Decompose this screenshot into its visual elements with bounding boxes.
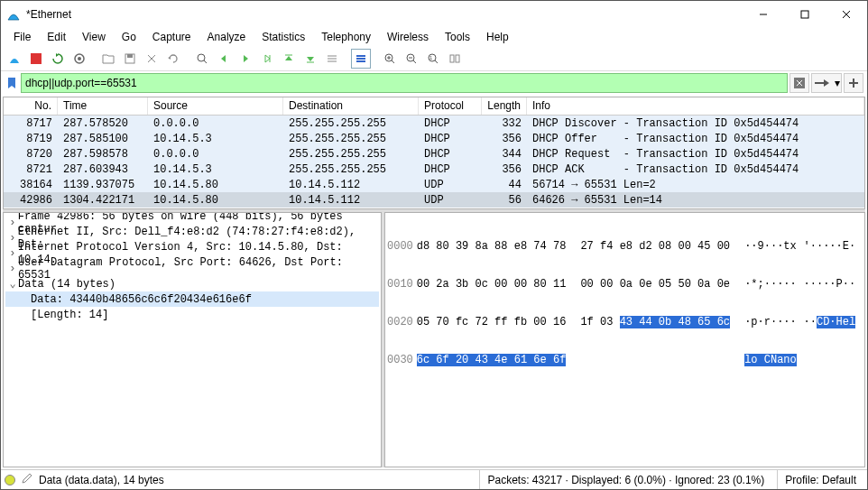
window-title: *Ethernet xyxy=(26,8,743,21)
open-file-button[interactable] xyxy=(98,49,118,69)
col-time[interactable]: Time xyxy=(58,97,148,115)
hex-line-1[interactable]: 001000 2a 3b 0c 00 00 80 1100 00 0a 0e 0… xyxy=(387,278,863,291)
menu-tools[interactable]: Tools xyxy=(438,29,477,45)
svg-point-6 xyxy=(78,57,81,60)
svg-line-27 xyxy=(413,60,416,63)
tree-data-payload[interactable]: Data: 43440b48656c6c6f20434e616e6f xyxy=(5,291,379,307)
menu-telephony[interactable]: Telephony xyxy=(314,29,378,45)
packet-details-pane[interactable]: ›Frame 42986: 56 bytes on wire (448 bits… xyxy=(3,212,382,467)
resize-columns-button[interactable] xyxy=(445,49,465,69)
capture-options-button[interactable] xyxy=(69,49,89,69)
save-file-button[interactable] xyxy=(120,49,140,69)
status-profile[interactable]: Profile: Default xyxy=(777,470,863,489)
add-filter-button[interactable] xyxy=(844,73,863,93)
menubar: File Edit View Go Capture Analyze Statis… xyxy=(1,28,867,46)
col-destination[interactable]: Destination xyxy=(283,97,419,115)
svg-rect-32 xyxy=(450,55,454,62)
hex-line-2[interactable]: 002005 70 fc 72 ff fb 00 161f 03 43 44 0… xyxy=(387,316,863,328)
svg-rect-8 xyxy=(127,54,133,58)
status-packets: Packets: 43217 · Displayed: 6 (0.0%) · I… xyxy=(479,470,771,489)
stop-capture-button[interactable] xyxy=(26,49,46,69)
display-filter-input[interactable] xyxy=(21,73,788,93)
menu-wireless[interactable]: Wireless xyxy=(380,29,436,45)
status-field: Data (data.data), 14 bytes xyxy=(39,474,164,486)
restart-capture-button[interactable] xyxy=(48,49,68,69)
statusbar: Data (data.data), 14 bytes Packets: 4321… xyxy=(1,469,867,489)
packet-list-body: 8717287.5785200.0.0.0255.255.255.255DHCP… xyxy=(4,116,864,208)
packet-row[interactable]: 8720287.5985780.0.0.0255.255.255.255DHCP… xyxy=(4,146,864,162)
packet-bytes-pane[interactable]: 0000d8 80 39 8a 88 e8 74 7827 f4 e8 d2 0… xyxy=(384,212,865,467)
packet-list[interactable]: No. Time Source Destination Protocol Len… xyxy=(3,97,865,209)
svg-line-12 xyxy=(204,60,207,63)
packet-row[interactable]: 429861304.42217110.14.5.8010.14.5.112UDP… xyxy=(4,192,864,208)
reload-file-button[interactable] xyxy=(163,49,183,69)
col-protocol[interactable]: Protocol xyxy=(419,97,482,115)
svg-line-23 xyxy=(392,60,394,63)
col-length[interactable]: Length xyxy=(482,97,527,115)
menu-help[interactable]: Help xyxy=(479,29,516,45)
tree-udp[interactable]: ›User Datagram Protocol, Src Port: 64626… xyxy=(5,261,379,276)
clear-filter-button[interactable] xyxy=(790,73,809,93)
go-back-button[interactable] xyxy=(214,49,234,69)
col-info[interactable]: Info xyxy=(527,97,864,115)
menu-edit[interactable]: Edit xyxy=(40,29,73,45)
app-icon xyxy=(6,7,21,22)
goto-packet-button[interactable] xyxy=(257,49,277,69)
colorize-button[interactable] xyxy=(351,49,371,69)
bookmark-icon[interactable] xyxy=(5,76,19,90)
filter-bar: ▾ xyxy=(1,71,867,95)
goto-last-button[interactable] xyxy=(300,49,320,69)
maximize-button[interactable] xyxy=(784,1,826,28)
minimize-button[interactable] xyxy=(743,1,784,28)
auto-scroll-button[interactable] xyxy=(322,49,342,69)
menu-analyze[interactable]: Analyze xyxy=(200,29,254,45)
edit-icon[interactable] xyxy=(21,472,33,487)
zoom-in-button[interactable] xyxy=(380,49,400,69)
zoom-out-button[interactable] xyxy=(402,49,421,69)
goto-first-button[interactable] xyxy=(279,49,299,69)
svg-rect-33 xyxy=(456,55,459,62)
col-source[interactable]: Source xyxy=(148,97,283,115)
packet-row[interactable]: 8719287.58510010.14.5.3255.255.255.255DH… xyxy=(4,131,864,146)
menu-go[interactable]: Go xyxy=(115,29,143,45)
menu-statistics[interactable]: Statistics xyxy=(254,29,312,45)
app-window: *Ethernet File Edit View Go Capture Anal… xyxy=(0,0,868,490)
find-packet-button[interactable] xyxy=(192,49,212,69)
toolbar: 1 xyxy=(1,46,867,71)
apply-filter-button[interactable]: ▾ xyxy=(811,73,842,93)
col-no[interactable]: No. xyxy=(4,97,58,115)
close-button[interactable] xyxy=(826,1,867,28)
menu-view[interactable]: View xyxy=(75,29,113,45)
go-forward-button[interactable] xyxy=(235,49,255,69)
packet-row[interactable]: 8721287.60394310.14.5.3255.255.255.255DH… xyxy=(4,162,864,177)
titlebar: *Ethernet xyxy=(1,1,867,28)
menu-file[interactable]: File xyxy=(6,29,38,45)
tree-data-length[interactable]: [Length: 14] xyxy=(5,307,379,322)
start-capture-button[interactable] xyxy=(5,49,24,69)
hex-line-3[interactable]: 00306c 6f 20 43 4e 61 6e 6flo CNano xyxy=(387,354,863,366)
expert-info-led[interactable] xyxy=(5,475,15,485)
svg-text:1: 1 xyxy=(429,55,433,60)
close-file-button[interactable] xyxy=(142,49,162,69)
menu-capture[interactable]: Capture xyxy=(145,29,199,45)
svg-rect-4 xyxy=(31,53,42,64)
window-buttons xyxy=(743,1,867,28)
svg-line-30 xyxy=(435,60,438,63)
zoom-reset-button[interactable]: 1 xyxy=(423,49,443,69)
svg-point-11 xyxy=(198,54,205,61)
hex-line-0[interactable]: 0000d8 80 39 8a 88 e8 74 7827 f4 e8 d2 0… xyxy=(387,240,863,253)
packet-list-header: No. Time Source Destination Protocol Len… xyxy=(4,97,864,116)
packet-row[interactable]: 8717287.5785200.0.0.0255.255.255.255DHCP… xyxy=(4,116,864,131)
svg-rect-1 xyxy=(801,11,808,18)
packet-row[interactable]: 381641139.93707510.14.5.8010.14.5.112UDP… xyxy=(4,177,864,192)
bottom-panes: ›Frame 42986: 56 bytes on wire (448 bits… xyxy=(3,212,865,467)
